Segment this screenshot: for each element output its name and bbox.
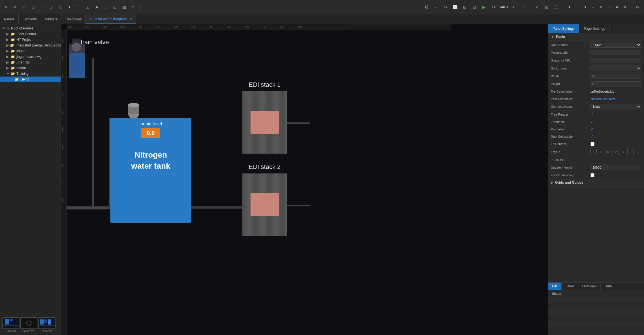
dynamic-text-tool[interactable]: ⬚ [102, 3, 110, 11]
rounded-rect-tool[interactable]: ▭ [38, 3, 46, 11]
distribute-v-icon[interactable]: ⇅ [622, 4, 628, 10]
prop-value-preview-url[interactable] [590, 50, 641, 55]
tree-item-shenran[interactable]: ▶ 📁 ShenRan [0, 60, 61, 65]
undo-icon[interactable]: ↩ [432, 3, 440, 11]
tree-item-fleet[interactable]: ▶ 📁 Fleet Control [0, 31, 61, 37]
layout-icon-4[interactable]: ∨ [613, 149, 619, 155]
tree-item-jingan[interactable]: ▶ 📁 jingan [0, 48, 61, 54]
extra-icon[interactable]: ⊳ [634, 3, 642, 11]
tree-render-check[interactable]: ✓ [590, 112, 594, 116]
post-deserialize-link[interactable]: onPostDeserialize [590, 97, 616, 101]
btab-data[interactable]: Data [601, 283, 616, 290]
layout-icon-6[interactable]: ← [627, 149, 634, 155]
pen-tool[interactable]: ✏ [11, 3, 19, 11]
tree-item-integrated[interactable]: ▶ 📁 Integrated Energy Demo Applicati... [0, 43, 61, 48]
canvas-content[interactable]: r drain valve [67, 30, 548, 335]
list-item-4[interactable] [548, 315, 644, 321]
curve-tool[interactable]: ⌒ [75, 3, 83, 11]
list-item-2[interactable] [548, 303, 644, 309]
align-middle-icon[interactable]: ↕ [574, 4, 580, 10]
tab-panels[interactable]: Panels [0, 14, 19, 24]
plus-icon[interactable]: + [510, 3, 517, 11]
thumb-item-2[interactable]: Pure wa [38, 317, 55, 333]
distribute-h-icon[interactable]: ⇄ [614, 4, 620, 10]
svg-text:650: 650 [61, 163, 64, 167]
tab-widgets[interactable]: Widgets [41, 14, 61, 24]
thumb-item-1[interactable]: Valve Po [20, 317, 37, 333]
expand-icon[interactable]: ⤢ [533, 3, 541, 11]
btab-layer[interactable]: Layer [562, 283, 578, 290]
rpanel-tab-panel-settings[interactable]: Panel Settings [548, 24, 579, 33]
tree-item-root[interactable]: ▼ ⊡ Root of Panels [0, 26, 61, 31]
layout-icon-7[interactable]: → [635, 149, 641, 155]
layout-icon-2[interactable]: ✤ [598, 149, 604, 155]
rpanel-tab-page-settings[interactable]: Page Settings [579, 24, 610, 33]
prop-value-snapshot-url[interactable] [590, 58, 641, 63]
list-item-6[interactable] [548, 328, 644, 334]
table-tool[interactable]: ⊞ [111, 3, 119, 11]
move-icon[interactable]: ✛ [519, 3, 527, 11]
thumb-item-0[interactable]: Pure wa [2, 317, 19, 333]
rect-selectable-check[interactable]: ✓ [590, 134, 594, 139]
canvas-area[interactable]: 200 250 300 350 400 450 500 550 600 650 … [61, 24, 548, 335]
link-icon[interactable]: ⛓ [422, 3, 430, 11]
zoomable-check[interactable]: ✓ [590, 120, 594, 124]
align-bottom-icon[interactable]: ⬇ [582, 4, 588, 10]
layout-icon-3[interactable]: ⋈ [605, 149, 611, 155]
section-header-basic[interactable]: ▼ Basic [548, 33, 644, 41]
redo-icon[interactable]: ↪ [442, 3, 450, 11]
folder-icon-jingan: 📁 [11, 49, 15, 53]
triangle-tool[interactable]: △ [48, 3, 55, 11]
layout-icon-1[interactable]: ⊹ [590, 149, 597, 155]
list-item-shape[interactable]: Shape [548, 291, 644, 296]
grid-icon[interactable]: ⊞ [461, 3, 469, 11]
angle-tool[interactable]: ∠ [84, 3, 92, 11]
tree-item-training[interactable]: ▼ 📂 Training [0, 71, 61, 77]
bottom-tabs: List Layer Overview Data [548, 282, 644, 290]
tab-close-icon[interactable]: ✕ [130, 17, 132, 20]
circle-tool[interactable]: ○ [20, 3, 28, 11]
btab-overview[interactable]: Overview [578, 283, 601, 290]
tree-item-tenant[interactable]: ▶ 📁 tenant [0, 65, 61, 71]
section-header-grids[interactable]: ▶ Grids and Guides [548, 179, 644, 186]
collapse-icon[interactable]: ⊡ [543, 3, 551, 11]
align-center-icon[interactable]: ⇔ [598, 4, 604, 10]
select-tool[interactable]: ↖ [2, 3, 10, 11]
refresh-icon[interactable]: ↺ [490, 3, 498, 11]
tree-item-ht[interactable]: ▶ 📁 HT-Project [0, 37, 61, 43]
background-select[interactable] [590, 65, 641, 71]
layout-icon-5[interactable]: ∧ [620, 149, 626, 155]
frame-icon[interactable]: ⬜ [451, 3, 459, 11]
btab-list[interactable]: List [548, 283, 562, 290]
height-input[interactable] [590, 81, 641, 86]
snapshot-url-input[interactable] [590, 58, 641, 63]
enable-trending-check[interactable] [590, 173, 594, 177]
tab-pure-water[interactable]: ⊕ Pure water template ✕ [86, 14, 136, 24]
data-view-tool[interactable]: ▦ [120, 3, 128, 11]
tree-item-jingan-learn[interactable]: ▶ 📁 jingan-learn1-wg [0, 54, 61, 60]
fit-content-check[interactable] [590, 142, 594, 146]
list-item-1[interactable] [548, 296, 644, 303]
play-icon[interactable]: ▶ [480, 3, 488, 11]
rect-tool[interactable]: □ [29, 3, 37, 11]
align-right-icon[interactable]: → [606, 4, 612, 10]
list-item-5[interactable] [548, 321, 644, 328]
tree-item-demo[interactable]: ▶ 📁 Demo [0, 77, 61, 82]
width-input[interactable] [590, 74, 641, 79]
preview-url-input[interactable] [590, 50, 641, 55]
fullscreen-icon[interactable]: ⛶ [552, 3, 560, 11]
table2-icon[interactable]: ⊟ [470, 3, 478, 11]
menu-tool[interactable]: ≡ [129, 3, 137, 11]
star-tool[interactable]: ✦ [66, 3, 74, 11]
tab-resources[interactable]: Resources [61, 14, 86, 24]
text-tool[interactable]: A [93, 3, 101, 11]
update-interval-input[interactable] [590, 165, 641, 170]
hexagon-tool[interactable]: ⬡ [57, 3, 65, 11]
tab-elements[interactable]: Elements [19, 14, 41, 24]
align-top-icon[interactable]: ⬆ [566, 4, 572, 10]
list-item-3[interactable] [548, 309, 644, 315]
connect-action-select[interactable]: None [590, 104, 641, 109]
data-source-select[interactable]: TSDB [590, 42, 641, 48]
pannable-check[interactable]: ✓ [590, 127, 594, 131]
align-left-icon[interactable]: ↔ [590, 4, 596, 10]
